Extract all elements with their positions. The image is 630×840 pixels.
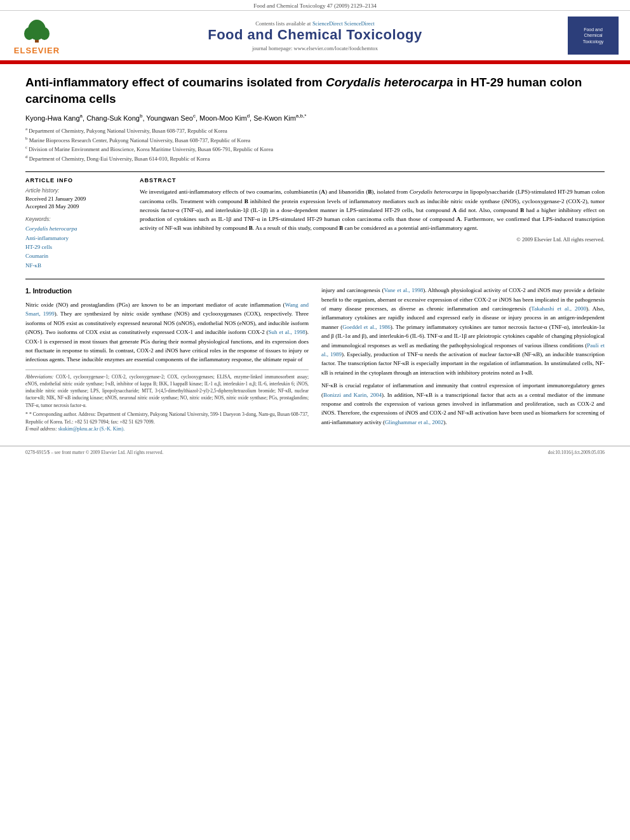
email-value: skukim@pknu.ac.kr (S.-K. Kim).: [58, 426, 124, 432]
footnote-area: Abbreviations: COX-1, cyclooxygenase-1; …: [25, 370, 309, 433]
svg-point-3: [39, 27, 50, 40]
copyright-notice: © 2009 Elsevier Ltd. All rights reserved…: [140, 236, 605, 244]
abstract-text: We investigated anti-inflammatory effect…: [140, 187, 605, 243]
keyword-2: Anti-inflammatory: [25, 234, 127, 243]
journal-title-block: Contents lists available at ScienceDirec…: [62, 20, 568, 51]
keyword-5: NF-κB: [25, 261, 127, 270]
abbreviations-text: COX-1, cyclooxygenase-1; COX-2, cyclooxy…: [25, 374, 309, 408]
accepted-date: Accepted 28 May 2009: [25, 203, 127, 210]
affiliation-a: a Department of Chemistry, Pukyong Natio…: [25, 126, 605, 135]
elsevier-wordmark: ELSEVIER: [11, 46, 62, 55]
journal-header: ELSEVIER Contents lists available at Sci…: [0, 11, 630, 62]
affiliation-d: d Department of Chemistry, Dong-Eui Univ…: [25, 154, 605, 163]
affiliation-c: c Division of Marine Environment and Bio…: [25, 144, 605, 154]
article-info-column: ARTICLE INFO Article history: Received 2…: [25, 177, 127, 270]
history-label: Article history:: [25, 187, 127, 194]
journal-name: Food and Chemical Toxicology: [62, 27, 568, 43]
abbreviations-block: Abbreviations: COX-1, cyclooxygenase-1; …: [25, 373, 309, 409]
journal-homepage: journal homepage: www.elsevier.com/locat…: [62, 45, 568, 51]
keyword-4: Coumarin: [25, 251, 127, 260]
journal-logo-right: Food andChemicalToxicology: [568, 17, 619, 55]
authors-line: Kyong-Hwa Kanga, Chang-Suk Kongb, Youngw…: [25, 113, 605, 122]
intro-para-3: NF-κB is crucial regulator of inflammati…: [321, 381, 605, 427]
top-bar: Food and Chemical Toxicology 47 (2009) 2…: [0, 0, 630, 11]
email-line: E-mail address: skukim@pknu.ac.kr (S.-K.…: [25, 425, 309, 433]
title-text-part1: Anti-inflammatory effect of coumarins is…: [25, 76, 326, 89]
article-info-heading: ARTICLE INFO: [25, 177, 127, 183]
title-italic: Corydalis heterocarpa: [326, 76, 453, 89]
abbreviations-label: Abbreviations:: [25, 374, 53, 380]
email-label: E-mail address:: [25, 426, 57, 432]
body-section: 1. Introduction Nitric oxide (NO) and pr…: [25, 279, 605, 433]
bottom-bar: 0278-6915/$ – see front matter © 2009 El…: [0, 446, 630, 458]
intro-number: 1.: [25, 287, 31, 295]
sciencedirect-link[interactable]: ScienceDirect: [312, 20, 343, 27]
article-title: Anti-inflammatory effect of coumarins is…: [25, 74, 605, 107]
affiliations-block: a Department of Chemistry, Pukyong Natio…: [25, 126, 605, 163]
body-two-col: 1. Introduction Nitric oxide (NO) and pr…: [25, 286, 605, 433]
body-col-right: injury and carcinogenesis (Vane et al., …: [321, 286, 605, 433]
keyword-1: Corydalis heterocarpa: [25, 224, 127, 233]
issn-notice: 0278-6915/$ – see front matter © 2009 El…: [25, 450, 163, 455]
abstract-column: ABSTRACT We investigated anti-inflammato…: [140, 177, 605, 270]
abstract-heading: ABSTRACT: [140, 177, 605, 183]
main-content: Anti-inflammatory effect of coumarins is…: [0, 64, 630, 446]
journal-citation: Food and Chemical Toxicology 47 (2009) 2…: [253, 3, 377, 9]
intro-title: 1. Introduction: [25, 286, 309, 297]
elsevier-tree-icon: [18, 16, 56, 44]
corresponding-author-note: * * Corresponding author. Address: Depar…: [25, 411, 309, 425]
intro-para-2: injury and carcinogenesis (Vane et al., …: [321, 286, 605, 377]
received-date: Received 21 January 2009: [25, 196, 127, 202]
keywords-label: Keywords:: [25, 216, 127, 222]
keyword-3: HT-29 cells: [25, 243, 127, 251]
affiliation-b: b Marine Bioprocess Research Center, Puk…: [25, 135, 605, 145]
doi-notice: doi:10.1016/j.fct.2009.05.036: [548, 450, 605, 455]
info-abstract-section: ARTICLE INFO Article history: Received 2…: [25, 171, 605, 270]
body-col-left: 1. Introduction Nitric oxide (NO) and pr…: [25, 286, 309, 433]
corresponding-label: * Corresponding author.: [29, 411, 77, 417]
intro-para-1: Nitric oxide (NO) and prostaglandins (PG…: [25, 300, 309, 364]
svg-point-2: [24, 27, 34, 40]
contents-available-line: Contents lists available at ScienceDirec…: [62, 20, 568, 27]
elsevier-logo-left: ELSEVIER: [11, 16, 62, 55]
intro-heading: Introduction: [33, 287, 72, 295]
